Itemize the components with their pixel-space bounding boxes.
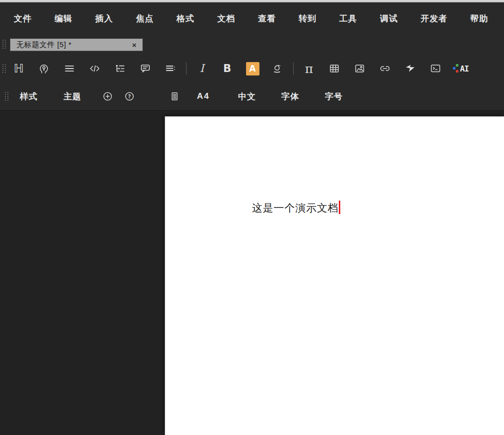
language-button[interactable]: 中文 — [238, 91, 256, 102]
style-button[interactable]: 样式 — [20, 91, 38, 102]
ink-button[interactable] — [268, 59, 288, 78]
help-button[interactable]: ? — [124, 90, 135, 102]
table-button[interactable] — [324, 59, 344, 78]
svg-text:?: ? — [128, 94, 131, 99]
heading-button[interactable]: ℍ — [9, 59, 29, 78]
menu-item-file[interactable]: 文件 — [14, 13, 32, 24]
heading-icon: ℍ — [14, 63, 24, 74]
bold-button[interactable]: B — [217, 59, 237, 78]
theme-button[interactable]: 主题 — [63, 91, 81, 102]
menu-item-edit[interactable]: 编辑 — [55, 13, 72, 24]
ai-label: AI — [460, 64, 468, 73]
wing-icon — [404, 63, 416, 74]
tabbar-drag-handle[interactable] — [2, 40, 6, 49]
add-button[interactable] — [102, 90, 114, 102]
document-page[interactable]: 这是一个演示文档 — [165, 116, 504, 435]
menu-item-developer[interactable]: 开发者 — [421, 13, 447, 24]
plus-circle-icon — [102, 91, 113, 102]
page-size-button[interactable]: A4 — [197, 91, 210, 101]
idea-head-button[interactable] — [34, 59, 54, 78]
help-circle-icon: ? — [124, 91, 135, 102]
tab-untitled-file[interactable]: 无标题文件 [5] * × — [10, 38, 143, 51]
outline-tree-button[interactable] — [110, 59, 130, 78]
ink-icon — [272, 63, 284, 74]
menu-item-focus[interactable]: 焦点 — [136, 13, 154, 24]
link-button[interactable] — [375, 59, 395, 78]
line-spacing-icon — [165, 63, 177, 74]
page-view-button[interactable] — [169, 90, 181, 102]
formula-pi-icon: π — [305, 63, 313, 75]
toolbar-secondary-drag-handle[interactable] — [5, 92, 8, 101]
menu-item-help[interactable]: 帮助 — [470, 13, 488, 24]
italic-icon: I — [200, 63, 204, 74]
toolbar-separator — [293, 62, 294, 75]
text-caret — [339, 201, 340, 214]
formula-button[interactable]: π — [299, 59, 319, 78]
font-size-button[interactable]: 字号 — [325, 91, 343, 102]
ai-button[interactable]: AI — [451, 59, 471, 78]
document-text[interactable]: 这是一个演示文档 — [252, 202, 338, 214]
italic-button[interactable]: I — [192, 59, 212, 78]
page-icon — [169, 91, 180, 102]
toolbar-primary: ℍ — [0, 55, 504, 82]
app-chrome: 文件 编辑 插入 焦点 格式 文档 查看 转到 工具 调试 开发者 帮助 无标题… — [0, 2, 504, 110]
font-color-button[interactable]: A — [243, 59, 262, 78]
idea-head-icon — [38, 63, 50, 74]
terminal-icon — [430, 63, 441, 74]
tab-title: 无标题文件 [5] * — [16, 40, 71, 50]
outline-tree-icon — [114, 63, 126, 74]
comment-button[interactable] — [135, 59, 155, 78]
image-button[interactable] — [350, 59, 370, 78]
font-button[interactable]: 字体 — [281, 91, 299, 102]
wing-button[interactable] — [400, 59, 420, 78]
list-button[interactable] — [60, 59, 79, 78]
list-icon — [63, 63, 75, 74]
bold-icon: B — [223, 64, 231, 74]
menu-item-document[interactable]: 文档 — [217, 13, 235, 24]
menu-item-insert[interactable]: 插入 — [95, 13, 113, 24]
toolbar-secondary: 样式 主题 ? A4 中文 字体 字号 — [0, 82, 504, 110]
menu-item-debug[interactable]: 调试 — [380, 13, 398, 24]
toolbar-separator — [186, 62, 187, 75]
font-color-icon: A — [246, 62, 259, 75]
toolbar-primary-drag-handle[interactable] — [2, 64, 6, 73]
tab-bar: 无标题文件 [5] * × — [0, 35, 504, 55]
menu-item-format[interactable]: 格式 — [177, 13, 194, 24]
ai-icon — [453, 64, 459, 73]
menu-item-view[interactable]: 查看 — [258, 13, 276, 24]
link-icon — [379, 63, 391, 74]
menu-item-tools[interactable]: 工具 — [339, 13, 357, 24]
menu-bar: 文件 编辑 插入 焦点 格式 文档 查看 转到 工具 调试 开发者 帮助 — [0, 2, 504, 35]
code-button[interactable] — [85, 59, 105, 78]
table-icon — [328, 63, 340, 74]
document-text-line[interactable]: 这是一个演示文档 — [252, 200, 340, 216]
editor-area: 这是一个演示文档 — [0, 110, 504, 435]
image-icon — [354, 63, 366, 74]
code-icon — [89, 63, 101, 74]
tab-close-button[interactable]: × — [132, 41, 136, 49]
comment-icon — [139, 63, 151, 74]
terminal-button[interactable] — [426, 59, 445, 78]
menu-item-goto[interactable]: 转到 — [299, 13, 316, 24]
line-spacing-button[interactable] — [161, 59, 181, 78]
